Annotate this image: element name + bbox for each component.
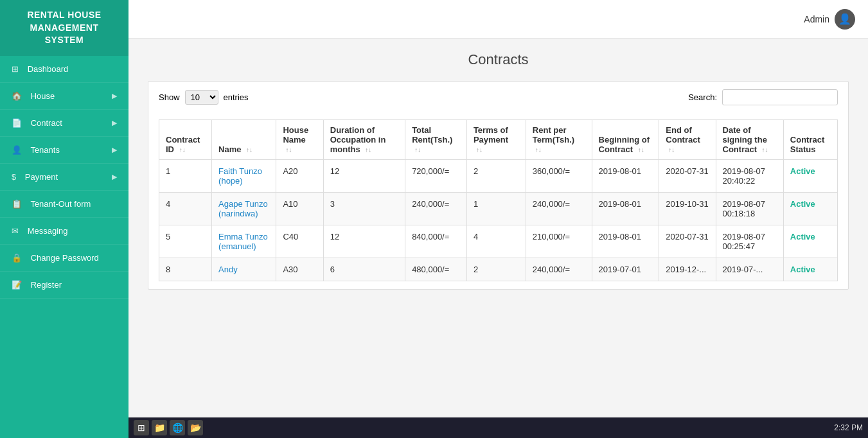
- dashboard-icon: ⊞: [12, 64, 19, 74]
- cell-end_contract: 2020-07-31: [659, 225, 716, 258]
- cell-contract_id: 4: [159, 193, 212, 225]
- sidebar: RENTAL HOUSE MANAGEMENT SYSTEM ⊞ Dashboa…: [0, 0, 128, 438]
- search-label: Search:: [688, 92, 717, 102]
- col-status: Contract Status: [783, 120, 837, 160]
- col-contract-id[interactable]: Contract ID ↑↓: [159, 120, 212, 160]
- cell-beginning_contract: 2019-08-01: [592, 160, 659, 193]
- sort-icon-beginning-contract: ↑↓: [638, 146, 644, 153]
- page-title: Contracts: [148, 51, 849, 68]
- table-body: 1Faith Tunzo (hope)A2012720,000/=2360,00…: [159, 160, 838, 281]
- house-icon: 🏠: [12, 91, 22, 101]
- col-total-rent[interactable]: Total Rent(Tsh.) ↑↓: [405, 120, 467, 160]
- cell-duration: 12: [323, 160, 405, 193]
- cell-date_signing: 2019-07-...: [716, 258, 783, 281]
- sidebar-item-tenants[interactable]: 👤 Tenants ▶: [0, 137, 128, 164]
- sort-icon-house-name: ↑↓: [285, 146, 292, 153]
- cell-duration: 3: [323, 193, 405, 225]
- cell-rent_per_term: 240,000/=: [526, 258, 592, 281]
- cell-beginning_contract: 2019-08-01: [592, 225, 659, 258]
- sidebar-item-payment[interactable]: $ Payment ▶: [0, 164, 128, 191]
- cell-total_rent: 840,000/=: [405, 225, 467, 258]
- col-date-signing[interactable]: Date of signing the Contract ↑↓: [716, 120, 783, 160]
- table-row: 4Agape Tunzo (narindwa)A103240,000/=1240…: [159, 193, 838, 225]
- show-entries: Show 10 25 50 100 entries: [159, 90, 249, 105]
- sidebar-label-messaging: Messaging: [28, 226, 68, 236]
- folder-icon[interactable]: 📁: [152, 420, 167, 435]
- search-bar: Search:: [688, 89, 838, 105]
- sidebar-item-register[interactable]: 📝 Register: [0, 272, 128, 299]
- cell-contract_id: 8: [159, 258, 212, 281]
- entries-label: entries: [224, 92, 249, 102]
- cell-contract_id: 1: [159, 160, 212, 193]
- taskbar-time: 2:32 PM: [834, 423, 863, 432]
- col-beginning-contract[interactable]: Beginning of Contract ↑↓: [592, 120, 659, 160]
- taskbar: ⊞ 📁 🌐 📂 2:32 PM: [128, 417, 868, 438]
- col-terms[interactable]: Terms of Payment ↑↓: [466, 120, 526, 160]
- table-row: 1Faith Tunzo (hope)A2012720,000/=2360,00…: [159, 160, 838, 193]
- sidebar-item-house[interactable]: 🏠 House ▶: [0, 83, 128, 110]
- col-end-contract[interactable]: End of Contract ↑↓: [659, 120, 716, 160]
- header-user: Admin 👤: [804, 9, 855, 30]
- user-avatar: 👤: [835, 9, 855, 30]
- tenant-link[interactable]: Agape Tunzo (narindwa): [218, 199, 268, 218]
- col-rent-per-term[interactable]: Rent per Term(Tsh.) ↑↓: [526, 120, 592, 160]
- col-name[interactable]: Name ↑↓: [212, 120, 276, 160]
- sidebar-label-tenants: Tenants: [30, 145, 60, 155]
- tenant-link[interactable]: Faith Tunzo (hope): [218, 166, 262, 186]
- sidebar-item-contract[interactable]: 📄 Contract ▶: [0, 110, 128, 137]
- col-house-name[interactable]: House Name ↑↓: [276, 120, 323, 160]
- cell-duration: 6: [323, 258, 405, 281]
- sidebar-label-house: House: [31, 91, 55, 101]
- cell-terms: 2: [466, 258, 526, 281]
- contracts-table: Contract ID ↑↓ Name ↑↓ House Name ↑↓ Dur…: [159, 119, 838, 281]
- sidebar-label-contract: Contract: [31, 118, 62, 128]
- col-duration[interactable]: Duration of Occupation in months ↑↓: [323, 120, 405, 160]
- username-label: Admin: [804, 14, 829, 24]
- app-title: RENTAL HOUSE MANAGEMENT SYSTEM: [0, 0, 128, 56]
- browser-icon[interactable]: 🌐: [170, 420, 185, 435]
- sidebar-label-payment: Payment: [25, 172, 58, 182]
- cell-total_rent: 240,000/=: [405, 193, 467, 225]
- cell-name[interactable]: Emma Tunzo (emanuel): [212, 225, 276, 258]
- cell-beginning_contract: 2019-07-01: [592, 258, 659, 281]
- sort-icon-terms: ↑↓: [476, 146, 483, 153]
- contract-icon: 📄: [12, 118, 22, 128]
- cell-name[interactable]: Andy: [212, 258, 276, 281]
- files-icon[interactable]: 📂: [188, 420, 203, 435]
- cell-house_name: A10: [276, 193, 323, 225]
- contract-arrow-icon: ▶: [112, 119, 117, 127]
- cell-status: Active: [783, 225, 837, 258]
- sidebar-item-change-password[interactable]: 🔒 Change Password: [0, 245, 128, 272]
- sidebar-item-messaging[interactable]: ✉ Messaging: [0, 218, 128, 245]
- cell-end_contract: 2019-12-...: [659, 258, 716, 281]
- content-area: Contracts Show 10 25 50 100 entries Sear…: [128, 39, 868, 417]
- entries-select[interactable]: 10 25 50 100: [185, 90, 218, 105]
- cell-rent_per_term: 240,000/=: [526, 193, 592, 225]
- sort-icon-name: ↑↓: [246, 146, 252, 153]
- cell-terms: 2: [466, 160, 526, 193]
- tenants-arrow-icon: ▶: [112, 146, 117, 154]
- sort-icon-duration: ↑↓: [365, 146, 371, 153]
- tenant-link[interactable]: Andy: [218, 265, 238, 274]
- sidebar-label-change-password: Change Password: [31, 253, 99, 263]
- sort-icon-rent-per-term: ↑↓: [535, 146, 542, 153]
- search-input[interactable]: [722, 89, 838, 105]
- cell-house_name: C40: [276, 225, 323, 258]
- sidebar-nav: ⊞ Dashboard 🏠 House ▶ 📄 Contract ▶ 👤 Ten…: [0, 56, 128, 299]
- messaging-icon: ✉: [12, 226, 19, 236]
- cell-house_name: A20: [276, 160, 323, 193]
- cell-name[interactable]: Faith Tunzo (hope): [212, 160, 276, 193]
- sidebar-item-tenant-out[interactable]: 📋 Tenant-Out form: [0, 191, 128, 218]
- house-arrow-icon: ▶: [112, 92, 117, 100]
- sidebar-item-dashboard[interactable]: ⊞ Dashboard: [0, 56, 128, 83]
- tenant-link[interactable]: Emma Tunzo (emanuel): [218, 232, 268, 251]
- cell-name[interactable]: Agape Tunzo (narindwa): [212, 193, 276, 225]
- taskbar-right: 2:32 PM: [834, 423, 863, 432]
- sort-icon-total-rent: ↑↓: [414, 146, 421, 153]
- show-label: Show: [159, 92, 180, 102]
- top-controls-row: Show 10 25 50 100 entries Search:: [159, 89, 838, 112]
- cell-status: Active: [783, 258, 837, 281]
- cell-beginning_contract: 2019-08-01: [592, 193, 659, 225]
- cell-end_contract: 2020-07-31: [659, 160, 716, 193]
- start-icon[interactable]: ⊞: [134, 420, 149, 435]
